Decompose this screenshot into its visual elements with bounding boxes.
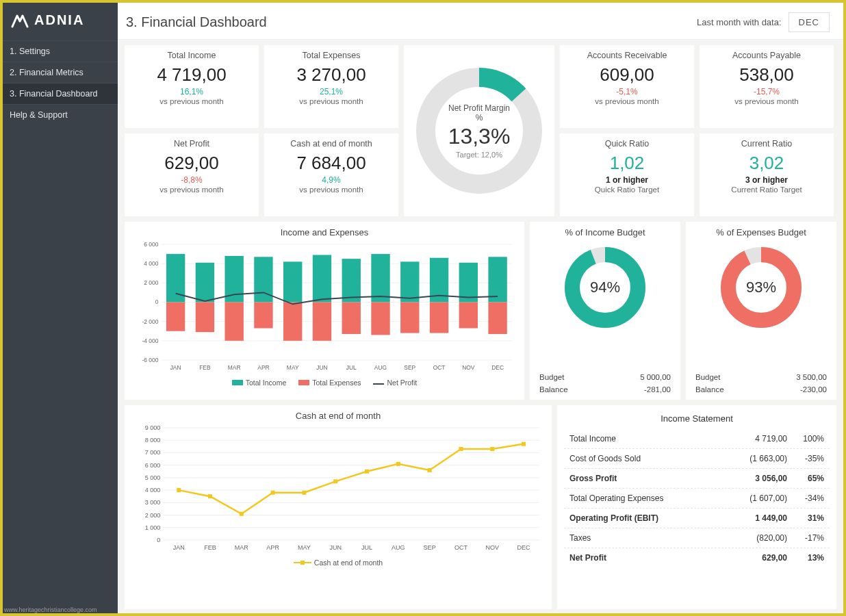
svg-rect-96 — [428, 468, 432, 472]
watermark: www.heritagechristiancollege.com — [4, 606, 97, 613]
svg-text:DEC: DEC — [517, 544, 530, 551]
svg-text:DEC: DEC — [491, 364, 504, 371]
kpi-total-expenses: Total Expenses 3 270,00 25,1% vs previou… — [264, 45, 398, 128]
svg-rect-41 — [400, 303, 419, 333]
svg-text:8 000: 8 000 — [145, 437, 161, 444]
svg-rect-32 — [313, 303, 331, 341]
svg-text:FEB: FEB — [199, 364, 211, 371]
svg-rect-90 — [240, 512, 244, 516]
svg-text:NOV: NOV — [485, 544, 499, 551]
chart-cash-end: Cash at end of month 01 0002 0003 0004 0… — [125, 405, 552, 609]
svg-rect-20 — [196, 303, 214, 333]
last-month-label: Last month with data: — [697, 17, 782, 27]
svg-text:5 000: 5 000 — [145, 474, 161, 481]
gauge-net-profit-margin: Net Profit Margin % 13,3% Target: 12,0% — [404, 45, 554, 216]
svg-text:0: 0 — [157, 537, 160, 543]
svg-rect-94 — [365, 470, 369, 474]
svg-rect-99 — [522, 442, 526, 446]
svg-text:SEP: SEP — [404, 364, 415, 371]
kpi-net-profit: Net Profit 629,00 -8,8% vs previous mont… — [125, 133, 259, 216]
sidebar-item-0[interactable]: 1. Settings — [3, 40, 118, 62]
sidebar-item-1[interactable]: 2. Financial Metrics — [3, 62, 118, 83]
svg-text:APR: APR — [266, 544, 279, 551]
svg-rect-23 — [225, 303, 243, 341]
svg-text:4 000: 4 000 — [145, 487, 161, 493]
svg-text:JAN: JAN — [173, 544, 185, 551]
svg-rect-22 — [225, 256, 243, 303]
donut-expenses-budget: % of Expenses Budget 93% Budget3 500,00 … — [686, 222, 836, 400]
svg-text:4 000: 4 000 — [144, 260, 158, 267]
svg-rect-50 — [488, 303, 507, 334]
svg-text:0: 0 — [155, 298, 159, 305]
svg-rect-38 — [371, 303, 389, 335]
income-statement-row: Operating Profit (EBIT)1 449,0031% — [564, 509, 830, 528]
svg-text:MAR: MAR — [228, 364, 241, 371]
svg-rect-88 — [177, 488, 181, 492]
svg-text:2 000: 2 000 — [144, 279, 158, 286]
svg-rect-26 — [254, 303, 272, 329]
sidebar-item-3[interactable]: Help & Support — [3, 104, 118, 125]
svg-rect-95 — [396, 462, 400, 466]
svg-rect-49 — [488, 257, 507, 302]
svg-text:JUN: JUN — [329, 544, 342, 551]
svg-rect-35 — [342, 303, 361, 334]
svg-rect-92 — [302, 491, 306, 495]
kpi-quick-ratio: Quick Ratio 1,02 1 or higher Quick Ratio… — [560, 133, 694, 216]
svg-text:OCT: OCT — [433, 364, 446, 371]
svg-text:JUL: JUL — [361, 544, 372, 551]
svg-text:MAY: MAY — [287, 364, 299, 371]
svg-rect-28 — [283, 261, 302, 302]
logo-icon — [11, 13, 29, 28]
svg-text:JUL: JUL — [346, 364, 357, 371]
svg-rect-44 — [430, 303, 448, 333]
svg-text:1 000: 1 000 — [145, 524, 161, 531]
income-statement-row: Total Operating Expenses(1 607,00)-34% — [564, 489, 830, 509]
svg-text:AUG: AUG — [392, 544, 405, 551]
svg-rect-40 — [400, 261, 419, 302]
svg-rect-37 — [371, 254, 389, 302]
month-selector[interactable]: DEC — [789, 12, 830, 32]
kpi-total-income: Total Income 4 719,00 16,1% vs previous … — [125, 45, 259, 128]
income-statement-row: Gross Profit3 056,0065% — [564, 469, 830, 489]
sidebar-item-2[interactable]: 3. Financial Dashboard — [3, 83, 118, 104]
svg-text:NOV: NOV — [462, 364, 474, 371]
svg-text:AUG: AUG — [374, 364, 387, 371]
svg-text:6 000: 6 000 — [145, 462, 161, 469]
income-statement-row: Taxes(820,00)-17% — [564, 528, 830, 548]
svg-text:MAY: MAY — [298, 544, 311, 551]
svg-text:SEP: SEP — [424, 544, 436, 551]
svg-text:MAR: MAR — [235, 544, 249, 551]
svg-rect-89 — [208, 494, 212, 498]
income-statement-row: Net Profit629,0013% — [564, 548, 830, 567]
svg-text:9 000: 9 000 — [145, 424, 161, 431]
svg-rect-101 — [300, 561, 305, 565]
income-statement-row: Total Income4 719,00100% — [564, 429, 830, 449]
svg-rect-91 — [271, 491, 275, 495]
income-statement-row: Cost of Goods Sold(1 663,00)-35% — [564, 449, 830, 469]
svg-text:OCT: OCT — [454, 544, 468, 551]
brand-logo: ADNIA — [3, 3, 118, 40]
kpi-cash-end: Cash at end of month 7 684,00 4,9% vs pr… — [264, 133, 398, 216]
svg-rect-34 — [342, 259, 361, 302]
chart-income-expenses: Income and Expenses -6 000-4 000-2 00002… — [125, 222, 524, 400]
svg-text:APR: APR — [257, 364, 269, 371]
income-statement: Income Statement Total Income4 719,00100… — [557, 405, 836, 609]
svg-text:7 000: 7 000 — [145, 449, 161, 456]
svg-text:6 000: 6 000 — [144, 241, 158, 248]
svg-text:JUN: JUN — [316, 364, 327, 371]
sidebar: ADNIA 1. Settings2. Financial Metrics3. … — [3, 3, 118, 613]
svg-rect-29 — [283, 303, 302, 341]
brand-name: ADNIA — [34, 12, 84, 28]
svg-text:-4 000: -4 000 — [142, 337, 159, 344]
kpi-accounts-payable: Accounts Payable 538,00 -15,7% vs previo… — [700, 45, 834, 128]
page-header: 3. Financial Dashboard Last month with d… — [118, 3, 843, 40]
donut-income-budget: % of Income Budget 94% Budget5 000,00 Ba… — [530, 222, 680, 400]
svg-rect-93 — [333, 479, 337, 483]
svg-rect-17 — [166, 303, 185, 331]
svg-text:2 000: 2 000 — [145, 512, 161, 519]
svg-text:-6 000: -6 000 — [142, 357, 159, 363]
svg-rect-97 — [459, 447, 463, 451]
kpi-current-ratio: Current Ratio 3,02 3 or higher Current R… — [700, 133, 834, 216]
svg-text:-2 000: -2 000 — [142, 318, 159, 324]
svg-text:JAN: JAN — [170, 364, 181, 371]
